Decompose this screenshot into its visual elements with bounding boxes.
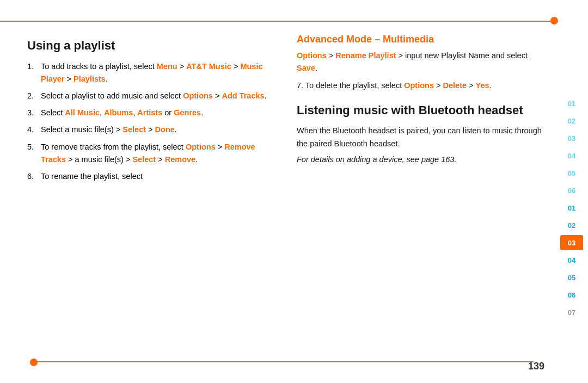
rename-playlist-link: Rename Playlist xyxy=(335,51,396,60)
bluetooth-italic: For details on adding a device, see page… xyxy=(297,153,550,166)
list-text-4: Select a music file(s) > Select > Done. xyxy=(41,123,177,136)
list-item-3: 3. Select All Music, Albums, Artists or … xyxy=(27,107,280,119)
bluetooth-body: When the Bluetooth headset is paired, yo… xyxy=(297,125,550,150)
albums-link: Albums xyxy=(104,108,133,117)
sidebar-item-g1-06[interactable]: 06 xyxy=(560,183,583,198)
right-column: Advanced Mode – Multimedia Options > Ren… xyxy=(297,33,550,350)
att-music-link: AT&T Music xyxy=(186,62,231,71)
options-link-5: Options xyxy=(186,143,216,151)
playlist-list: 1. To add tracks to a playlist, select M… xyxy=(27,60,280,183)
all-music-link: All Music xyxy=(65,108,100,117)
list-num-4: 4. xyxy=(27,123,38,136)
sidebar-item-g2-06[interactable]: 06 xyxy=(560,287,583,302)
list-num-2: 2. xyxy=(27,90,38,102)
advanced-mode-text: Options > Rename Playlist > input new Pl… xyxy=(297,50,550,75)
list-item-2: 2. Select a playlist to add music and se… xyxy=(27,90,280,102)
list-num-6: 6. xyxy=(27,170,38,183)
left-column: Using a playlist 1. To add tracks to a p… xyxy=(27,33,280,350)
bluetooth-title: Listening music with Bluetooth headset xyxy=(297,103,550,119)
sidebar: 01 02 03 04 05 06 01 02 03 04 05 06 07 xyxy=(555,0,588,383)
top-line xyxy=(0,21,555,22)
advanced-mode-block: Advanced Mode – Multimedia Options > Ren… xyxy=(297,33,550,75)
sidebar-item-g2-02[interactable]: 02 xyxy=(560,218,583,233)
add-tracks-link: Add Tracks xyxy=(222,91,264,100)
list-item-6: 6. To rename the playlist, select xyxy=(27,170,280,183)
sidebar-item-g1-01[interactable]: 01 xyxy=(560,96,583,111)
advanced-mode-header: Advanced Mode – Multimedia xyxy=(297,33,550,46)
sidebar-item-g2-07[interactable]: 07 xyxy=(560,305,583,320)
list-text-3: Select All Music, Albums, Artists or Gen… xyxy=(41,107,203,119)
list-text-6: To rename the playlist, select xyxy=(41,170,143,183)
options-link-6: Options xyxy=(297,51,327,60)
sidebar-item-g1-03[interactable]: 03 xyxy=(560,131,583,146)
sidebar-item-g1-05[interactable]: 05 xyxy=(560,165,583,181)
sidebar-item-g2-01[interactable]: 01 xyxy=(560,200,583,215)
playlists-link: Playlists xyxy=(74,75,106,83)
menu-link: Menu xyxy=(157,62,177,71)
list-item-4: 4. Select a music file(s) > Select > Don… xyxy=(27,123,280,136)
yes-link: Yes xyxy=(476,81,489,90)
list-num-1: 1. xyxy=(27,60,38,85)
bluetooth-section: Listening music with Bluetooth headset W… xyxy=(297,103,550,166)
main-content: Using a playlist 1. To add tracks to a p… xyxy=(27,33,550,350)
genres-link: Genres xyxy=(174,108,201,117)
list-text-1: To add tracks to a playlist, select Menu… xyxy=(41,60,280,85)
page-number: 139 xyxy=(528,361,544,372)
artists-link: Artists xyxy=(137,108,162,117)
options-link-2: Options xyxy=(183,91,213,100)
item-7-block: 7. To delete the playlist, select Option… xyxy=(297,79,550,92)
sidebar-item-g1-02[interactable]: 02 xyxy=(560,113,583,128)
list-item-1: 1. To add tracks to a playlist, select M… xyxy=(27,60,280,85)
remove-link: Remove xyxy=(165,155,195,164)
save-link: Save xyxy=(297,64,315,72)
bottom-line-dot xyxy=(30,359,38,366)
sidebar-item-g2-04[interactable]: 04 xyxy=(560,252,583,268)
select-link-4: Select xyxy=(122,125,146,134)
sidebar-item-g2-03[interactable]: 03 xyxy=(560,235,583,250)
done-link: Done xyxy=(155,125,175,134)
list-num-5: 5. xyxy=(27,141,38,166)
list-num-3: 3. xyxy=(27,107,38,119)
list-text-5: To remove tracks from the playlist, sele… xyxy=(41,141,280,166)
list-text-2: Select a playlist to add music and selec… xyxy=(41,90,267,102)
bottom-line xyxy=(33,361,534,362)
list-item-5: 5. To remove tracks from the playlist, s… xyxy=(27,141,280,166)
sidebar-item-g2-05[interactable]: 05 xyxy=(560,270,583,285)
sidebar-item-g1-04[interactable]: 04 xyxy=(560,148,583,163)
options-link-7: Options xyxy=(404,81,434,90)
delete-link: Delete xyxy=(443,81,467,90)
select-link-5: Select xyxy=(132,155,156,164)
using-playlist-title: Using a playlist xyxy=(27,38,280,54)
